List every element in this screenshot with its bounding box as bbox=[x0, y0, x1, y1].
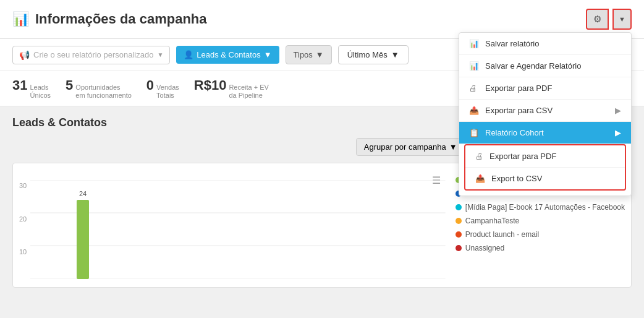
header-dropdown-button[interactable]: ▼ bbox=[612, 9, 632, 30]
dropdown-item-cohort[interactable]: 📋 Relatório Cohort ▶ bbox=[459, 122, 631, 144]
month-arrow-icon: ▼ bbox=[391, 50, 399, 59]
legend-dot bbox=[455, 218, 462, 224]
title-text: Informações da campanha bbox=[35, 11, 207, 27]
dropdown-item-export-csv[interactable]: 📤 Exportar para CSV ▶ bbox=[459, 100, 631, 122]
page-title: 📊 Informações da campanha bbox=[12, 11, 207, 27]
cohort-arrow-icon: ▶ bbox=[615, 128, 621, 137]
highlight-csv-icon: 📤 bbox=[475, 174, 485, 183]
bars-area: 24 bbox=[30, 180, 446, 281]
leads-label: LeadsÚnicos bbox=[30, 84, 51, 100]
oportunidades-label: Oportunidadesem funcionamento bbox=[75, 84, 132, 100]
search-input[interactable]: 📢 Crie o seu relatório personalizado ▼ bbox=[12, 46, 170, 64]
megaphone-icon: 📢 bbox=[19, 50, 30, 60]
legend-dot bbox=[455, 204, 462, 210]
gear-button[interactable]: ⚙ bbox=[586, 9, 609, 30]
stats-group: 31 LeadsÚnicos 5 Oportunidadesem funcion… bbox=[12, 77, 269, 100]
export-pdf-icon: 🖨 bbox=[469, 84, 479, 93]
save-report-icon: 📊 bbox=[469, 39, 479, 48]
vendas-stat: 0 VendasTotais bbox=[146, 77, 179, 100]
group-arrow-icon: ▼ bbox=[449, 142, 457, 152]
group-by-button[interactable]: Agrupar por campanha ▼ bbox=[356, 138, 465, 156]
leads-arrow-icon: ▼ bbox=[264, 50, 272, 59]
leads-stat: 31 LeadsÚnicos bbox=[12, 77, 51, 100]
user-icon: 👤 bbox=[184, 50, 193, 59]
dropdown-item-export-pdf[interactable]: 🖨 Exportar para PDF bbox=[459, 77, 631, 100]
chart-inner: 30 20 10 bbox=[19, 170, 446, 281]
highlight-export-csv[interactable]: 📤 Export to CSV bbox=[465, 167, 625, 189]
highlight-pdf-icon: 🖨 bbox=[475, 152, 483, 161]
svg-text:24: 24 bbox=[79, 190, 87, 197]
dropdown-item-save-report[interactable]: 📊 Salvar relatório bbox=[459, 33, 631, 55]
vendas-label: VendasTotais bbox=[156, 84, 179, 100]
svg-rect-4 bbox=[77, 200, 89, 279]
oportunidades-stat: 5 Oportunidadesem funcionamento bbox=[66, 77, 132, 100]
receita-stat: R$10 Receita + EVda Pipeline bbox=[194, 77, 269, 100]
export-csv-arrow-icon: ▶ bbox=[615, 106, 621, 115]
export-highlight-box: 🖨 Exportar para PDF 📤 Export to CSV bbox=[464, 144, 626, 191]
dropdown-menu: 📊 Salvar relatório 📊 Salvar e Agendar Re… bbox=[459, 32, 632, 196]
chart-icon: 📊 bbox=[12, 11, 29, 27]
highlight-export-pdf[interactable]: 🖨 Exportar para PDF bbox=[465, 145, 625, 167]
chart-container: ☰ 30 20 10 bbox=[19, 170, 446, 281]
search-arrow-icon: ▼ bbox=[157, 51, 163, 58]
legend-dot bbox=[455, 231, 462, 238]
leads-number: 31 bbox=[12, 77, 27, 93]
vendas-number: 0 bbox=[146, 77, 154, 93]
tipos-arrow-icon: ▼ bbox=[316, 50, 324, 59]
receita-number: R$10 bbox=[194, 77, 227, 93]
chart-svg: 24 bbox=[30, 180, 446, 279]
legend-item: CampanhaTeste bbox=[455, 217, 625, 225]
receita-label: Receita + EVda Pipeline bbox=[229, 84, 269, 100]
y-axis: 30 20 10 bbox=[19, 182, 30, 281]
legend-item: Product launch - email bbox=[455, 230, 625, 239]
legend-item: [Mídia Paga] E-book 17 Automações - Face… bbox=[455, 203, 625, 212]
legend-dot bbox=[455, 245, 462, 251]
header-actions: ⚙ ▼ bbox=[586, 9, 632, 30]
export-csv-icon: 📤 bbox=[469, 106, 479, 115]
oportunidades-number: 5 bbox=[66, 77, 73, 93]
month-button[interactable]: Último Mês ▼ bbox=[338, 45, 409, 64]
cohort-icon: 📋 bbox=[469, 128, 479, 137]
leads-contacts-button[interactable]: 👤 Leads & Contatos ▼ bbox=[176, 46, 279, 64]
legend-item: Unassigned bbox=[455, 244, 625, 252]
search-placeholder: Crie o seu relatório personalizado bbox=[33, 50, 153, 59]
dropdown-item-schedule-report[interactable]: 📊 Salvar e Agendar Relatório bbox=[459, 55, 631, 77]
schedule-report-icon: 📊 bbox=[469, 61, 479, 71]
tipos-button[interactable]: Tipos ▼ bbox=[286, 45, 332, 64]
